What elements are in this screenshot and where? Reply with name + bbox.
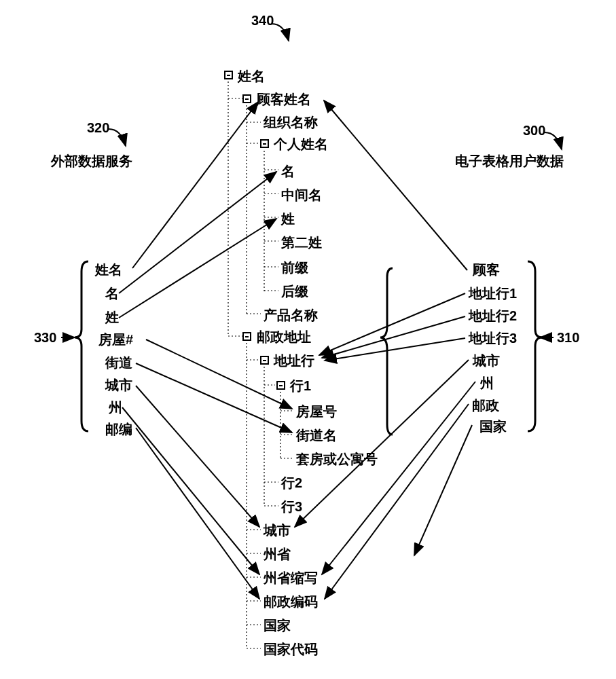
tree-state-prov: 州省: [264, 546, 291, 562]
tree-name: 姓名: [238, 68, 265, 84]
right-customer: 顾客: [473, 261, 500, 278]
tree-country-code: 国家代码: [264, 641, 318, 657]
tree-given: 名: [281, 163, 295, 179]
tree-custname: 顾客姓名: [257, 91, 311, 107]
ref-340: 340: [251, 12, 274, 29]
tree-personname: 个人姓名: [274, 136, 328, 152]
right-addr2: 地址行2: [469, 308, 517, 324]
left-zip: 邮编: [105, 421, 132, 437]
tree-postal-addr: 邮政地址: [257, 329, 311, 345]
left-state: 州: [109, 399, 122, 416]
tree-city: 城市: [264, 522, 291, 538]
expand-icon[interactable]: [260, 356, 269, 365]
expand-icon[interactable]: [224, 71, 233, 79]
expand-icon[interactable]: [276, 381, 285, 390]
tree-country: 国家: [264, 617, 291, 634]
expand-icon[interactable]: [260, 139, 269, 148]
right-addr3: 地址行3: [469, 330, 517, 346]
left-street: 街道: [105, 354, 132, 371]
tree-line2: 行2: [281, 475, 302, 491]
right-country: 国家: [479, 418, 507, 435]
tree-orgname: 组织名称: [264, 114, 318, 130]
tree-state-abbr: 州省缩写: [264, 570, 318, 586]
ref-320: 320: [87, 120, 109, 136]
expand-icon[interactable]: [242, 332, 251, 341]
right-title: 电子表格用户数据: [455, 153, 564, 169]
tree-surname: 姓: [281, 210, 295, 227]
tree-house-no: 房屋号: [296, 403, 337, 420]
right-addr1: 地址行1: [469, 285, 517, 301]
left-given: 名: [105, 285, 119, 301]
ref-330: 330: [34, 329, 56, 346]
left-surname: 姓: [105, 309, 119, 325]
tree-prefix: 前缀: [281, 259, 308, 276]
right-state: 州: [480, 375, 494, 391]
ref-300: 300: [523, 122, 545, 139]
tree-product: 产品名称: [264, 307, 318, 323]
right-postal: 邮政: [472, 397, 499, 414]
left-city: 城市: [105, 377, 132, 393]
tree-street-name: 街道名: [296, 427, 337, 443]
tree-suffix: 后缀: [281, 283, 308, 299]
expand-icon[interactable]: [242, 94, 251, 103]
ref-310: 310: [557, 329, 579, 346]
left-title: 外部数据服务: [51, 153, 132, 169]
tree-addr-line: 地址行: [274, 352, 314, 369]
left-name: 姓名: [95, 261, 122, 278]
right-city: 城市: [473, 352, 500, 369]
tree-second-surname: 第二姓: [281, 234, 322, 251]
tree-line1: 行1: [290, 378, 311, 394]
tree-middle: 中间名: [281, 187, 322, 203]
tree-postal-code: 邮政编码: [264, 593, 318, 610]
tree-apt: 套房或公寓号: [296, 451, 378, 467]
left-house: 房屋#: [98, 331, 133, 348]
tree-line3: 行3: [281, 498, 302, 515]
